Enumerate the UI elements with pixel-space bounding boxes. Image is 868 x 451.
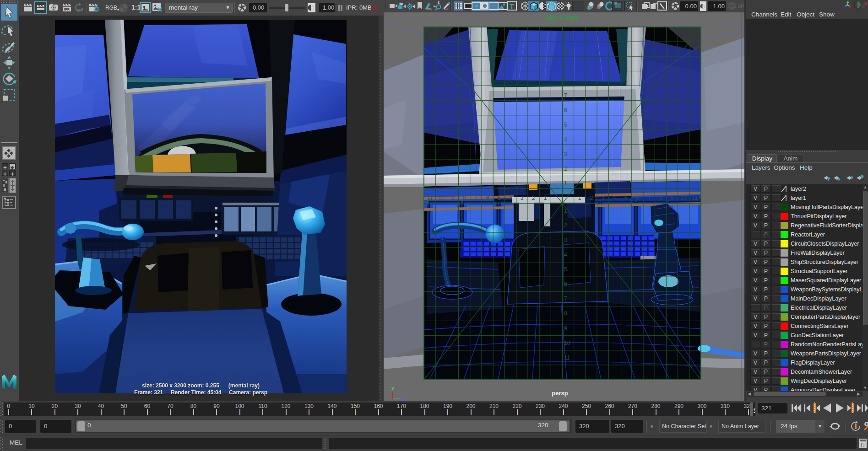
svg-text:1: 1	[564, 180, 567, 187]
svg-text:2: 2	[532, 195, 535, 201]
svg-text:IPR: IPR	[64, 7, 70, 11]
svg-text:10: 10	[680, 195, 687, 201]
svg-text:4: 4	[509, 195, 512, 201]
svg-text:6: 6	[564, 107, 567, 113]
svg-text:3: 3	[564, 237, 567, 243]
svg-text:7: 7	[564, 92, 567, 99]
svg-text:10: 10	[564, 340, 570, 346]
svg-text:8: 8	[659, 195, 662, 201]
svg-text:z: z	[401, 396, 404, 401]
svg-text:persp: persp	[552, 390, 568, 397]
svg-text:11: 11	[564, 33, 570, 40]
svg-text:2: 2	[564, 222, 567, 229]
svg-text:9: 9	[564, 63, 567, 69]
svg-text:6: 6	[486, 195, 489, 201]
svg-text:{;: {;	[860, 443, 865, 448]
svg-text:4: 4	[564, 252, 567, 258]
svg-text:11: 11	[692, 195, 698, 201]
svg-text:2: 2	[590, 195, 593, 201]
svg-text:4: 4	[564, 136, 567, 143]
svg-text:1: 1	[544, 195, 547, 201]
svg-text:1: 1	[564, 208, 567, 214]
svg-text:3: 3	[564, 151, 567, 157]
svg-text:2: 2	[564, 166, 567, 172]
svg-text:8: 8	[564, 310, 567, 317]
svg-text:4: 4	[613, 195, 616, 201]
svg-text:7: 7	[474, 195, 477, 201]
svg-text:T: T	[510, 3, 514, 10]
svg-text:7: 7	[648, 195, 651, 201]
svg-text:11: 11	[564, 354, 570, 361]
svg-text:y: y	[391, 385, 395, 391]
svg-text:8: 8	[564, 77, 567, 84]
svg-text:5: 5	[564, 122, 567, 128]
svg-text:11: 11	[427, 195, 433, 201]
svg-text:6: 6	[564, 281, 567, 287]
svg-text:3: 3	[521, 195, 524, 201]
svg-text:10: 10	[564, 48, 570, 54]
svg-text:1: 1	[578, 195, 581, 201]
svg-text:8: 8	[463, 195, 466, 201]
svg-text:5: 5	[498, 195, 501, 201]
svg-text:5: 5	[564, 266, 567, 273]
svg-text:9: 9	[671, 195, 674, 201]
svg-text:2500 x 3200: 2500 x 3200	[546, 14, 579, 21]
svg-text:3: 3	[602, 195, 605, 201]
svg-text:6: 6	[636, 195, 639, 201]
svg-text:9: 9	[451, 195, 455, 201]
svg-text:7: 7	[564, 295, 567, 302]
svg-text:9: 9	[564, 325, 567, 332]
svg-text:10: 10	[438, 195, 445, 201]
svg-text:5: 5	[624, 195, 628, 201]
svg-text:IPR: IPR	[77, 8, 83, 12]
